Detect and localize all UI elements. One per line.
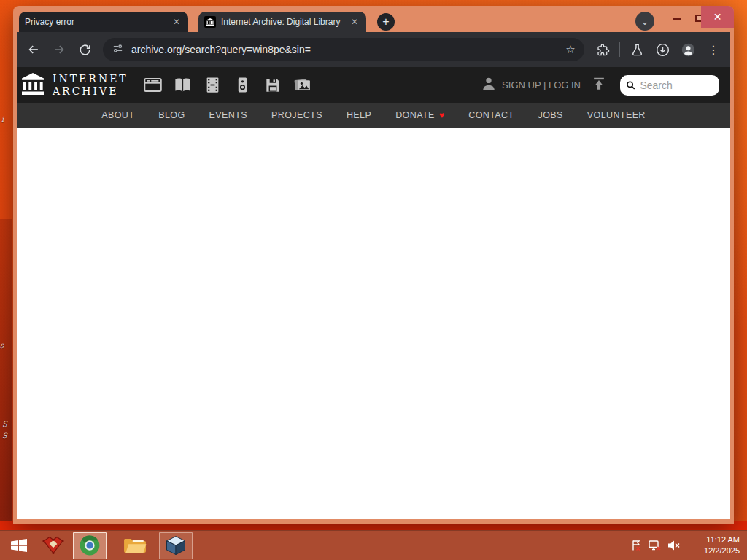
address-bar[interactable]: archive.org/search?query=win8pe&sin= ☆ xyxy=(103,38,584,61)
taskbar-clock[interactable]: 11:12 AM 12/2/2025 xyxy=(694,534,740,556)
new-tab-button[interactable]: + xyxy=(377,13,395,31)
forward-button[interactable] xyxy=(48,39,70,61)
media-type-icons xyxy=(143,75,313,96)
nav-about[interactable]: ABOUT xyxy=(101,110,134,120)
browser-window: Privacy error ✕ Internet Archive: Digita… xyxy=(13,6,734,524)
texts-book-icon[interactable] xyxy=(173,75,193,96)
archive-search-input[interactable] xyxy=(640,79,713,91)
internet-archive-header: INTERNET ARCHIVE xyxy=(17,67,730,103)
clock-date: 12/2/2025 xyxy=(694,545,740,556)
video-film-icon[interactable] xyxy=(203,75,223,96)
site-settings-icon[interactable] xyxy=(112,42,124,58)
nav-donate[interactable]: DONATE ♥ xyxy=(395,110,444,120)
nav-jobs[interactable]: JOBS xyxy=(538,110,563,120)
chrome-taskbar-button[interactable] xyxy=(73,532,107,559)
nav-help[interactable]: HELP xyxy=(347,110,371,120)
desktop-icon-label-fragment: S xyxy=(2,432,7,440)
clock-time: 11:12 AM xyxy=(694,534,740,545)
system-tray: 11:12 AM 12/2/2025 xyxy=(630,534,747,556)
webpage: INTERNET ARCHIVE xyxy=(17,67,730,519)
close-tab-icon[interactable]: ✕ xyxy=(349,16,360,28)
software-floppy-icon[interactable] xyxy=(263,75,283,96)
person-icon[interactable] xyxy=(481,76,497,95)
internet-archive-wordmark[interactable]: INTERNET ARCHIVE xyxy=(53,73,128,96)
internet-archive-favicon xyxy=(204,16,216,28)
virtualbox-taskbar-button[interactable] xyxy=(159,532,193,559)
minimize-button[interactable] xyxy=(673,18,681,20)
desktop-icon-label-fragment: s xyxy=(0,341,4,349)
page-content-blank xyxy=(17,128,730,519)
labs-flask-icon[interactable] xyxy=(626,39,648,61)
nav-blog[interactable]: BLOG xyxy=(158,110,185,120)
internet-archive-logo[interactable] xyxy=(20,71,46,100)
action-center-flag-icon[interactable] xyxy=(630,539,643,552)
nav-contact[interactable]: CONTACT xyxy=(468,110,514,120)
back-button[interactable] xyxy=(23,39,44,61)
browser-toolbar: archive.org/search?query=win8pe&sin= ☆ xyxy=(17,32,730,67)
tab-privacy-error[interactable]: Privacy error ✕ xyxy=(19,12,188,32)
nav-events[interactable]: EVENTS xyxy=(209,110,247,120)
extensions-icon[interactable] xyxy=(592,39,614,61)
header-right-group: SIGN UP | LOG IN xyxy=(481,75,719,96)
nav-projects[interactable]: PROJECTS xyxy=(271,110,322,120)
tab-internet-archive[interactable]: Internet Archive: Digital Library ✕ xyxy=(198,12,366,32)
images-icon[interactable] xyxy=(293,75,313,96)
url-text[interactable]: archive.org/search?query=win8pe&sin= xyxy=(131,44,561,55)
desktop: i s S S Privacy error ✕ Internet Archive… xyxy=(0,0,747,560)
tab-title: Privacy error xyxy=(25,17,166,27)
start-button[interactable] xyxy=(7,534,31,556)
tab-strip: Privacy error ✕ Internet Archive: Digita… xyxy=(17,9,730,32)
reload-button[interactable] xyxy=(74,39,96,61)
taskbar: 11:12 AM 12/2/2025 xyxy=(0,530,747,560)
file-explorer-taskbar-button[interactable] xyxy=(118,532,152,559)
network-disconnected-icon[interactable] xyxy=(648,539,662,552)
web-icon[interactable] xyxy=(143,75,163,96)
desktop-icon-label-fragment: i xyxy=(1,115,4,123)
menu-kebab-icon[interactable]: ⋮ xyxy=(703,39,724,61)
downloads-icon[interactable] xyxy=(651,39,673,61)
signup-login-link[interactable]: SIGN UP | LOG IN xyxy=(502,79,581,90)
archive-navbar: ABOUT BLOG EVENTS PROJECTS HELP DONATE ♥… xyxy=(17,103,730,128)
donate-heart-icon: ♥ xyxy=(439,110,445,120)
tab-search-button[interactable]: ⌄ xyxy=(635,12,654,31)
profile-avatar[interactable] xyxy=(677,39,699,61)
audio-speaker-icon[interactable] xyxy=(233,75,253,96)
window-close-button[interactable]: ✕ xyxy=(701,6,734,28)
upload-icon[interactable] xyxy=(591,76,607,95)
desktop-icon-label-fragment: S xyxy=(2,420,7,428)
volume-muted-icon[interactable] xyxy=(667,539,681,552)
bookmark-star-icon[interactable]: ☆ xyxy=(561,40,580,59)
toolbar-divider xyxy=(619,42,620,57)
archive-search-box[interactable] xyxy=(620,75,719,96)
tab-title: Internet Archive: Digital Library xyxy=(221,17,344,27)
pe-tool-icon[interactable] xyxy=(41,534,66,556)
close-tab-icon[interactable]: ✕ xyxy=(171,16,182,28)
nav-volunteer[interactable]: VOLUNTEER xyxy=(587,110,646,120)
